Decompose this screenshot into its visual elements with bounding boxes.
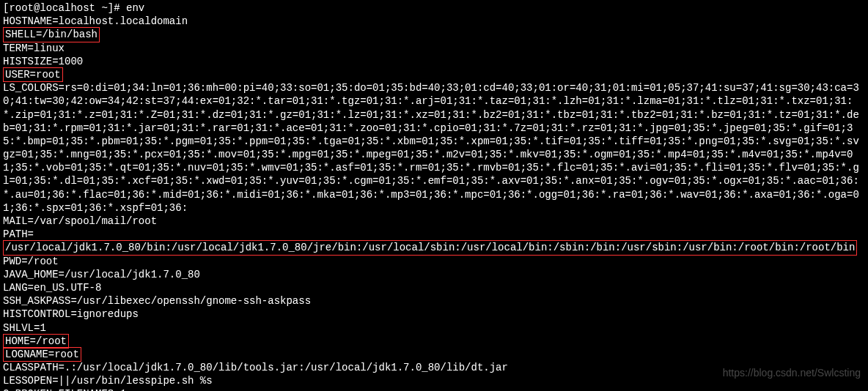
env-histsize: HISTSIZE=1000 [3,55,865,68]
env-javahome: JAVA_HOME=/usr/local/jdk1.7.0_80 [3,268,865,281]
env-home-highlighted: HOME=/root [3,334,69,349]
env-logname-highlighted: LOGNAME=root [3,347,81,362]
env-shlvl: SHLVL=1 [3,321,865,335]
env-path-highlighted: /usr/local/jdk1.7.0_80/bin:/usr/local/jd… [3,240,857,255]
env-histcontrol: HISTCONTROL=ignoredups [3,308,865,321]
env-pwd: PWD=/root [3,255,865,268]
env-home-wrapper: HOME=/root [3,335,865,348]
env-path-wrapper: PATH=/usr/local/jdk1.7.0_80/bin:/usr/loc… [3,228,865,254]
env-term: TERM=linux [3,42,865,55]
env-mail: MAIL=/var/spool/mail/root [3,215,865,228]
env-lscolors: LS_COLORS=rs=0:di=01;34:ln=01;36:mh=00:p… [3,81,865,215]
env-sshaskpass: SSH_ASKPASS=/usr/libexec/openssh/gnome-s… [3,294,865,308]
env-gbroken: G_BROKEN_FILENAMES=1 [3,387,865,391]
watermark-text: https://blog.csdn.net/Swlcsting [723,366,861,379]
env-shell-highlighted: SHELL=/bin/bash [3,27,100,42]
env-logname-wrapper: LOGNAME=root [3,348,865,361]
env-lang: LANG=en_US.UTF-8 [3,281,865,294]
prompt-command-line: [root@localhost ~]# env [3,1,865,15]
env-shell-wrapper: SHELL=/bin/bash [3,28,865,41]
env-path-key: PATH= [3,228,34,240]
env-hostname: HOSTNAME=localhost.localdomain [3,15,865,28]
env-user-wrapper: USER=root [3,68,865,81]
env-user-highlighted: USER=root [3,67,63,82]
